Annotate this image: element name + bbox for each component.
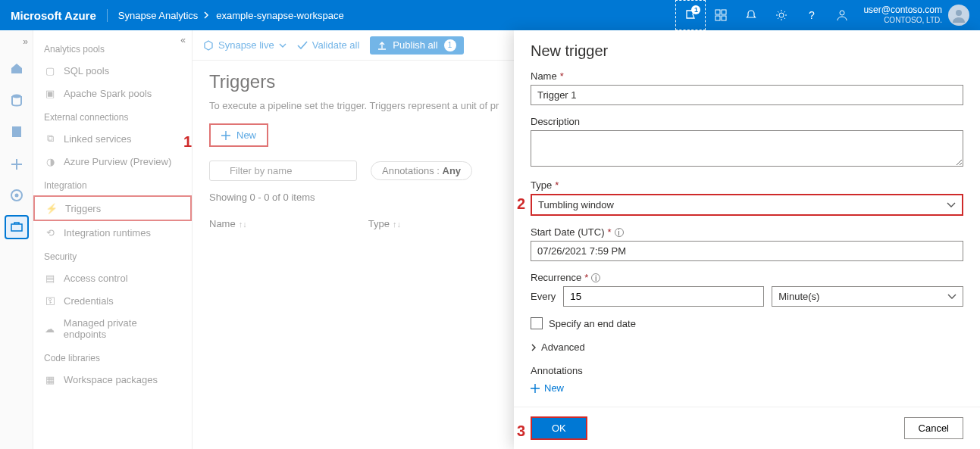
avatar[interactable]: [948, 5, 969, 26]
new-trigger-blade: New trigger Name* Description Type* 2 Tu…: [514, 30, 980, 449]
start-date-input[interactable]: [531, 241, 963, 261]
svg-point-11: [14, 194, 18, 198]
sidebar-item-credentials[interactable]: ⚿Credentials: [33, 289, 192, 312]
trigger-name-input[interactable]: [531, 85, 963, 105]
user-info[interactable]: user@contoso.com CONTOSO, LTD.: [857, 5, 948, 24]
service-name[interactable]: Synapse Analytics: [118, 10, 199, 21]
feedback-icon[interactable]: 1: [675, 0, 706, 30]
group-external-connections: External connections: [33, 104, 192, 127]
rail-data-icon[interactable]: [5, 88, 29, 112]
group-code-libraries: Code libraries: [33, 345, 192, 368]
plus-icon: [221, 131, 230, 140]
chevron-down-icon: [947, 202, 956, 208]
user-org: CONTOSO, LTD.: [863, 16, 942, 25]
group-analytics-pools: Analytics pools: [33, 36, 192, 59]
chevron-right-icon: [204, 11, 210, 19]
rail-monitor-icon[interactable]: [5, 183, 29, 207]
svg-rect-12: [11, 224, 22, 231]
breadcrumb: Synapse Analytics example-synapse-worksp…: [108, 10, 344, 21]
sidebar-item-triggers[interactable]: ⚡Triggers: [33, 195, 192, 221]
notif-badge: 1: [691, 5, 700, 14]
sidebar-item-integration-runtimes[interactable]: ⟲Integration runtimes: [33, 221, 192, 244]
svg-rect-3: [722, 16, 726, 20]
annotations-title: Annotations: [531, 365, 963, 376]
col-type[interactable]: Type↑↓: [368, 218, 401, 229]
recurrence-label: Recurrence*i: [531, 272, 963, 283]
chevron-down-icon: [947, 294, 957, 300]
rail-manage-icon[interactable]: [5, 215, 29, 239]
manage-sidebar: « Analytics pools ▢SQL pools ▣Apache Spa…: [33, 30, 193, 449]
rail-develop-icon[interactable]: [5, 120, 29, 144]
directory-icon[interactable]: [706, 0, 736, 30]
callout-3: 3: [517, 422, 525, 440]
sidebar-item-sql-pools[interactable]: ▢SQL pools: [33, 59, 192, 82]
rail-home-icon[interactable]: [5, 56, 29, 80]
recurrence-count-input[interactable]: [563, 286, 764, 307]
filter-by-name-input[interactable]: [209, 161, 357, 181]
annotations-filter[interactable]: Annotations : Any: [371, 161, 472, 180]
col-name[interactable]: Name↑↓: [209, 218, 247, 229]
svg-rect-0: [715, 10, 720, 14]
sidebar-item-workspace-packages[interactable]: ▦Workspace packages: [33, 368, 192, 391]
rail-collapse-icon[interactable]: »: [23, 36, 33, 47]
checkbox-icon[interactable]: [531, 317, 543, 329]
publish-all-button[interactable]: Publish all 1: [370, 36, 463, 55]
gear-icon[interactable]: [766, 0, 797, 30]
recurrence-unit-select[interactable]: Minute(s): [772, 286, 963, 307]
svg-point-6: [840, 11, 844, 15]
svg-text:?: ?: [809, 9, 815, 21]
publish-count: 1: [444, 39, 456, 51]
runtime-icon: ⟲: [44, 226, 56, 239]
svg-point-4: [779, 13, 784, 17]
validate-all-button[interactable]: Validate all: [297, 39, 360, 51]
info-icon[interactable]: i: [615, 228, 624, 237]
sidebar-item-spark-pools[interactable]: ▣Apache Spark pools: [33, 82, 192, 104]
svg-rect-1: [722, 10, 726, 14]
workspace-name[interactable]: example-synapse-workspace: [216, 10, 343, 21]
purview-icon: ◑: [44, 155, 56, 167]
cancel-button[interactable]: Cancel: [904, 417, 963, 439]
sql-icon: ▢: [44, 64, 56, 76]
bell-icon[interactable]: [736, 0, 766, 30]
trigger-type-select[interactable]: Tumbling window: [531, 194, 963, 216]
sidebar-item-access-control[interactable]: ▤Access control: [33, 267, 192, 289]
key-icon: ⚿: [44, 295, 56, 307]
synapse-live-dropdown[interactable]: Synapse live: [203, 39, 286, 51]
sidebar-item-azure-purview[interactable]: ◑Azure Purview (Preview): [33, 150, 192, 173]
end-date-checkbox-row[interactable]: Specify an end date: [531, 317, 963, 329]
sort-icon: ↑↓: [393, 220, 401, 229]
ok-button[interactable]: OK: [531, 416, 587, 440]
hexagon-icon: [203, 40, 214, 51]
blade-title: New trigger: [531, 42, 963, 60]
start-date-label: Start Date (UTC)*i: [531, 226, 963, 238]
group-security: Security: [33, 244, 192, 267]
person-icon[interactable]: [827, 0, 857, 30]
add-annotation-button[interactable]: New: [531, 382, 963, 394]
sidebar-item-linked-services[interactable]: ⧉Linked services: [33, 127, 192, 150]
access-icon: ▤: [44, 272, 56, 284]
advanced-toggle[interactable]: Advanced: [531, 341, 963, 353]
left-rail: »: [0, 30, 33, 449]
blade-footer: 3 OK Cancel: [514, 407, 980, 449]
description-label: Description: [531, 116, 963, 127]
trigger-description-input[interactable]: [531, 130, 963, 167]
group-integration: Integration: [33, 173, 192, 195]
type-label: Type*: [531, 179, 963, 191]
bolt-icon: ⚡: [45, 202, 58, 214]
rail-integrate-icon[interactable]: [5, 151, 29, 176]
sidebar-item-managed-private-endpoints[interactable]: ☁Managed private endpoints: [33, 312, 192, 345]
name-label: Name*: [531, 70, 963, 82]
sidebar-collapse-icon[interactable]: «: [180, 35, 186, 45]
user-email: user@contoso.com: [863, 5, 942, 16]
filter-by-name-wrap: ⧩: [209, 161, 357, 181]
sort-icon: ↑↓: [239, 220, 247, 229]
info-icon[interactable]: i: [591, 273, 600, 282]
azure-top-header: Microsoft Azure Synapse Analytics exampl…: [0, 0, 980, 30]
callout-1: 1: [183, 133, 192, 151]
brand[interactable]: Microsoft Azure: [11, 9, 108, 22]
new-trigger-button[interactable]: New: [209, 123, 268, 147]
help-icon[interactable]: ?: [797, 0, 827, 30]
svg-rect-9: [12, 126, 21, 137]
cloud-icon: ☁: [44, 323, 56, 335]
spark-icon: ▣: [44, 87, 56, 99]
